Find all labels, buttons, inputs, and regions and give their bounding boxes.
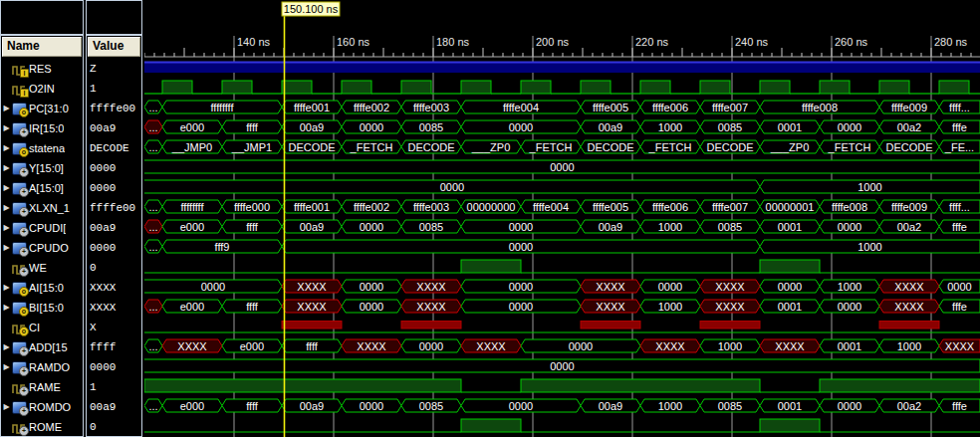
- svg-text:DECODE: DECODE: [288, 141, 335, 153]
- signal-value: Z: [87, 59, 141, 79]
- expander-icon[interactable]: ▶: [1, 278, 12, 298]
- svg-text:DECODE: DECODE: [587, 141, 633, 153]
- bit-signal-icon: I: [12, 63, 27, 76]
- svg-text:ffff...: ffff...: [949, 102, 970, 113]
- expander-icon[interactable]: ▶: [1, 138, 12, 158]
- svg-text:0000: 0000: [360, 301, 383, 313]
- signal-value: 0: [87, 258, 141, 278]
- svg-text:_FETCH: _FETCH: [648, 141, 692, 153]
- signal-badge: o: [19, 307, 29, 317]
- svg-text:00a2: 00a2: [897, 121, 921, 133]
- svg-text:...: ...: [148, 340, 157, 352]
- svg-text:0000: 0000: [360, 221, 383, 233]
- svg-text:0085: 0085: [718, 121, 742, 133]
- signal-name-label: ROME: [29, 421, 62, 433]
- expander-icon[interactable]: ▶: [1, 337, 12, 357]
- svg-text:ffff: ffff: [246, 301, 259, 313]
- signal-row-RAMDO[interactable]: ▶+RAMDO: [1, 357, 83, 377]
- bit-signal-icon: +: [12, 421, 27, 434]
- expander-icon[interactable]: ▶: [1, 397, 12, 417]
- signal-value: 1: [87, 79, 141, 99]
- svg-text:XXXX: XXXX: [715, 301, 745, 313]
- expander-icon[interactable]: ▶: [1, 298, 12, 318]
- signal-value: 0000: [87, 158, 141, 178]
- value-panel: Value Z1ffffe0000a9DECODE00000000ffffe00…: [86, 0, 142, 437]
- signal-row-CPUDO[interactable]: ▶+CPUDO: [1, 238, 83, 258]
- svg-text:0085: 0085: [718, 221, 742, 233]
- svg-text:XXXX: XXXX: [357, 340, 386, 352]
- signal-name-list: IRESIO2IN▶oPC[31:0▶+IR[15:0▶ostatena▶+Y[…: [1, 58, 83, 437]
- svg-text:00a2: 00a2: [897, 221, 921, 233]
- waveform-canvas[interactable]: 140 ns160 ns180 ns200 ns220 ns240 ns260 …: [144, 0, 980, 437]
- signal-row-O2IN[interactable]: IO2IN: [1, 79, 83, 99]
- signal-name-label: statena: [29, 142, 65, 154]
- signal-row-BI-15-0[interactable]: ▶oBI[15:0: [1, 298, 83, 318]
- signal-row-XLXN-1[interactable]: ▶+XLXN_1: [1, 198, 83, 218]
- svg-text:ffff: ffff: [246, 221, 259, 233]
- signal-row-A-15-0-[interactable]: ▶+A[15:0]: [1, 178, 83, 198]
- svg-text:DECODE: DECODE: [885, 141, 932, 153]
- signal-row-CPUDI-[interactable]: ▶+CPUDI[: [1, 218, 83, 238]
- svg-text:_FE...: _FE...: [944, 141, 974, 153]
- svg-text:...: ...: [148, 241, 157, 253]
- expander-icon[interactable]: ▶: [1, 357, 12, 377]
- svg-text:ffff: ffff: [306, 340, 319, 352]
- svg-text:...: ...: [148, 400, 157, 412]
- bus-signal-icon: +: [12, 242, 27, 255]
- signal-row-RES[interactable]: IRES: [1, 59, 83, 79]
- svg-text:0000: 0000: [201, 281, 225, 293]
- svg-text:ffffe006: ffffe006: [652, 102, 688, 113]
- value-column-header[interactable]: Value: [88, 37, 140, 57]
- signal-value: ffff: [87, 337, 141, 357]
- svg-text:00a9: 00a9: [300, 121, 324, 133]
- expander-icon[interactable]: ▶: [1, 99, 12, 118]
- signal-row-ROMDO[interactable]: ▶+ROMDO: [1, 397, 83, 417]
- svg-text:0001: 0001: [778, 301, 802, 313]
- name-column-header[interactable]: Name: [2, 37, 82, 57]
- signal-value: 0: [87, 417, 141, 437]
- time-axis-label: 240 ns: [735, 36, 769, 48]
- svg-text:1000: 1000: [658, 301, 682, 313]
- svg-text:...: ...: [148, 201, 157, 213]
- signal-row-PC-31-0[interactable]: ▶oPC[31:0: [1, 99, 83, 118]
- signal-row-statena[interactable]: ▶ostatena: [1, 138, 83, 158]
- signal-row-IR-15-0[interactable]: ▶+IR[15:0: [1, 118, 83, 138]
- signal-row-RAME[interactable]: +RAME: [1, 377, 83, 397]
- signal-row-ROME[interactable]: +ROME: [1, 417, 83, 437]
- signal-badge: +: [19, 406, 29, 416]
- value-panel-blank: [87, 1, 141, 36]
- svg-text:...: ...: [148, 301, 157, 313]
- svg-text:0000: 0000: [509, 400, 533, 412]
- time-axis-label: 180 ns: [436, 36, 470, 48]
- svg-text:XXXX: XXXX: [945, 340, 975, 352]
- svg-text:_FETCH: _FETCH: [350, 141, 393, 153]
- signal-row-AI-15-0[interactable]: ▶oAI[15:0: [1, 278, 83, 298]
- signal-row-CI[interactable]: oCI: [1, 318, 83, 337]
- bus-signal-icon: +: [12, 182, 27, 195]
- expander-icon[interactable]: ▶: [1, 178, 12, 198]
- svg-text:0000: 0000: [569, 340, 593, 352]
- expander-icon[interactable]: ▶: [1, 238, 12, 258]
- signal-name-label: RES: [29, 63, 52, 75]
- signal-row-Y-15-0-[interactable]: ▶+Y[15:0]: [1, 158, 83, 178]
- bus-signal-icon: +: [12, 202, 27, 215]
- signal-name-label: PC[31:0: [29, 103, 69, 114]
- expander-icon[interactable]: ▶: [1, 218, 12, 238]
- signal-row-ADD-15[interactable]: ▶+ADD[15: [1, 337, 83, 357]
- signal-value-list: Z1ffffe0000a9DECODE00000000ffffe0000a900…: [87, 58, 141, 437]
- signal-badge: +: [19, 366, 29, 376]
- signal-badge: +: [19, 247, 29, 257]
- svg-text:ffffe003: ffffe003: [413, 201, 449, 213]
- expander-icon[interactable]: ▶: [1, 118, 12, 138]
- svg-text:0000: 0000: [509, 121, 533, 133]
- svg-text:ffffe007: ffffe007: [712, 102, 748, 113]
- signal-badge: o: [19, 108, 29, 117]
- time-axis-label: 160 ns: [337, 36, 370, 48]
- svg-text:fffe: fffe: [952, 400, 967, 412]
- svg-text:0001: 0001: [838, 340, 861, 352]
- expander-icon[interactable]: ▶: [1, 198, 12, 218]
- svg-text:ffffe002: ffffe002: [354, 102, 389, 113]
- signal-row-WE[interactable]: +WE: [1, 258, 83, 278]
- signal-name-label: WE: [29, 262, 47, 274]
- expander-icon[interactable]: ▶: [1, 158, 12, 178]
